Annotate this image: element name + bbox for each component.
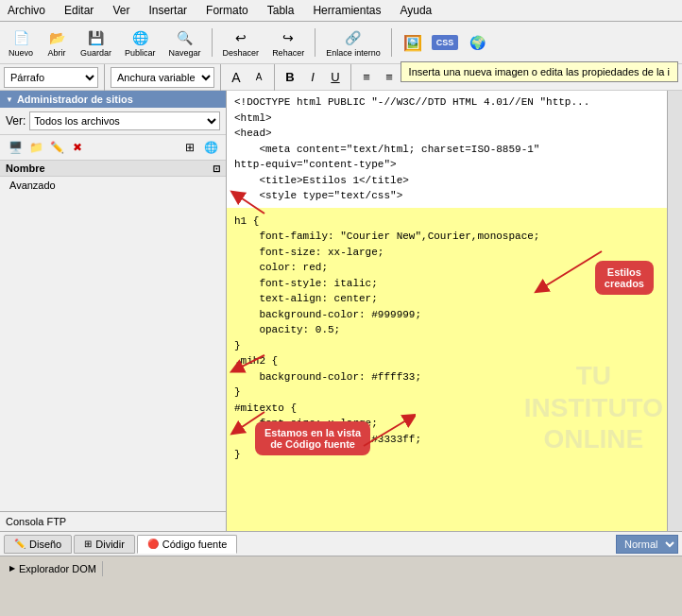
split-tab-icon: ⊞: [84, 539, 92, 549]
dom-label: Explorador DOM: [19, 563, 96, 574]
css-btn[interactable]: CSS: [432, 35, 459, 50]
redo-icon: ↪: [278, 27, 298, 48]
column-resize[interactable]: ⊡: [213, 163, 220, 174]
open-btn[interactable]: 📂 Abrir: [42, 25, 72, 60]
sep7: [350, 63, 351, 92]
source-tab[interactable]: 🔴 Código fuente: [137, 535, 238, 554]
statusbar: ▶ Explorador DOM: [0, 556, 682, 580]
menu-archivo[interactable]: Archivo: [4, 2, 49, 19]
open-icon: 📂: [46, 27, 67, 48]
bottom-tabs-bar: ✏️ Diseño ⊞ Dividir 🔴 Código fuente Norm…: [0, 531, 682, 556]
normal-select[interactable]: Normal: [616, 535, 678, 554]
column-name-label: Nombre: [6, 163, 45, 174]
toolbar-tooltip: Inserta una nueva imagen o edita las pro…: [401, 61, 678, 82]
sidebar-title-label: Administrador de sitios: [17, 94, 133, 105]
menu-editar[interactable]: Editar: [60, 2, 97, 19]
sidebar-icon-monitor[interactable]: 🖥️: [6, 138, 25, 157]
sep1: [212, 28, 213, 57]
sep4: [104, 63, 105, 92]
sidebar-icon-grid[interactable]: ⊞: [180, 138, 199, 157]
web-icon: 🌍: [467, 32, 487, 53]
navigate-icon: 🔍: [175, 27, 196, 48]
undo-icon: ↩: [230, 27, 251, 48]
menu-ayuda[interactable]: Ayuda: [396, 2, 435, 19]
split-tab[interactable]: ⊞ Dividir: [74, 535, 135, 554]
sidebar-icon-web[interactable]: 🌐: [201, 138, 220, 157]
font-size-small-btn[interactable]: A: [249, 70, 268, 84]
save-icon: 💾: [86, 27, 107, 48]
new-btn[interactable]: 📄 Nuevo: [4, 25, 38, 60]
view-label: Ver:: [6, 114, 26, 128]
sidebar-bottom: [0, 194, 226, 511]
callout-code-view: Estamos en la vista de Código fuente: [255, 421, 370, 455]
sidebar-view-row: Ver: Todos los archivos: [0, 108, 226, 135]
width-select[interactable]: Anchura variable: [111, 67, 214, 88]
menubar: Archivo Editar Ver Insertar Formato Tabl…: [0, 0, 682, 22]
design-tab-label: Diseño: [29, 539, 61, 550]
dom-arrow: ▶: [9, 564, 15, 573]
sep6: [274, 63, 275, 92]
design-tab[interactable]: ✏️ Diseño: [4, 535, 72, 554]
save-btn[interactable]: 💾 Guardar: [76, 25, 116, 60]
sidebar-icon-folder[interactable]: 📁: [26, 138, 45, 157]
menu-ver[interactable]: Ver: [109, 2, 133, 19]
code-before: <!DOCTYPE html PUBLIC "-//W3C//DTD HTML …: [227, 91, 682, 208]
vertical-scrollbar[interactable]: [667, 91, 682, 531]
sidebar-icons: 🖥️ 📁 ✏️ ✖ ⊞ 🌐: [0, 135, 226, 161]
publish-btn[interactable]: 🌐 Publicar: [120, 25, 161, 60]
sidebar-icon-edit[interactable]: ✏️: [47, 138, 66, 157]
web-btn[interactable]: 🌍: [462, 29, 492, 56]
sidebar: ▼ Administrador de sitios Ver: Todos los…: [0, 91, 227, 531]
editor-area[interactable]: <!DOCTYPE html PUBLIC "-//W3C//DTD HTML …: [227, 91, 682, 531]
menu-tabla[interactable]: Tabla: [264, 2, 298, 19]
list-item[interactable]: Avanzado: [0, 177, 226, 194]
source-tab-icon: 🔴: [147, 539, 159, 549]
redo-btn[interactable]: ↪ Rehacer: [267, 25, 309, 60]
sidebar-title: ▼ Administrador de sitios: [0, 91, 226, 108]
align-left-btn[interactable]: ≡: [357, 68, 376, 86]
design-tab-icon: ✏️: [14, 539, 26, 549]
sep3: [391, 28, 392, 57]
sidebar-table-header: Nombre ⊡: [0, 161, 226, 177]
menu-insertar[interactable]: Insertar: [145, 2, 191, 19]
link-icon: 🔗: [343, 27, 364, 48]
paragraph-select[interactable]: Párrafo: [4, 67, 98, 88]
sep2: [315, 28, 315, 57]
undo-btn[interactable]: ↩ Deshacer: [218, 25, 264, 60]
menu-formato[interactable]: Formato: [202, 2, 252, 19]
underline-btn[interactable]: U: [326, 68, 345, 86]
bold-btn[interactable]: B: [281, 68, 299, 86]
split-tab-label: Dividir: [95, 539, 125, 550]
font-size-a-btn[interactable]: A: [227, 68, 246, 87]
new-icon: 📄: [10, 27, 31, 48]
code-highlighted[interactable]: h1 { font-family: "Courier New",Courier,…: [227, 208, 682, 532]
view-select[interactable]: Todos los archivos: [29, 111, 220, 130]
callout-styles: Estilos creados: [595, 261, 654, 295]
img-icon: 🖼️: [402, 32, 423, 53]
sidebar-icon-delete[interactable]: ✖: [68, 138, 87, 157]
menu-herramientas[interactable]: Herramientas: [309, 2, 384, 19]
toolbar: 📄 Nuevo 📂 Abrir 💾 Guardar 🌐 Publicar 🔍 N…: [0, 22, 682, 64]
normal-area: Normal: [616, 535, 678, 554]
css-label: CSS: [436, 38, 454, 47]
align-center-btn[interactable]: ≡: [380, 68, 399, 86]
navigate-btn[interactable]: 🔍 Navegar: [164, 25, 206, 60]
source-tab-label: Código fuente: [162, 539, 228, 550]
publish-icon: 🌐: [129, 27, 150, 48]
sidebar-collapse-arrow[interactable]: ▼: [6, 95, 13, 104]
img-btn[interactable]: 🖼️: [398, 29, 428, 56]
sep5: [220, 63, 221, 92]
statusbar-dom-item[interactable]: ▶ Explorador DOM: [4, 561, 103, 576]
italic-btn[interactable]: I: [303, 68, 322, 86]
internal-link-btn[interactable]: 🔗 Enlace interno: [321, 25, 385, 60]
ftp-console: Consola FTP: [0, 511, 226, 531]
